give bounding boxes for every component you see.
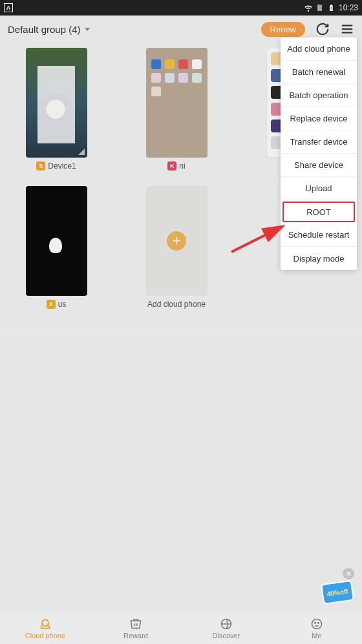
hamburger-icon[interactable] xyxy=(340,22,354,36)
discover-icon xyxy=(220,618,233,630)
wifi-icon xyxy=(304,3,313,12)
device-thumbnail xyxy=(26,186,87,296)
close-promo-icon[interactable]: ✕ xyxy=(343,568,354,579)
svg-point-8 xyxy=(318,622,319,623)
cloud-phone-icon xyxy=(39,618,52,630)
promo-badge[interactable]: 40%off xyxy=(322,582,356,608)
device-card[interactable]: X us xyxy=(12,186,101,309)
device-badge-icon: X xyxy=(47,300,56,309)
device-card[interactable]: K ni xyxy=(132,48,221,171)
device-name: Device1 xyxy=(48,161,76,171)
add-cloud-phone-card[interactable]: + Add cloud phone xyxy=(132,186,221,309)
options-menu: Add cloud phoneBatch renewalBatch operat… xyxy=(281,37,357,270)
nav-label: Reward xyxy=(123,632,148,639)
menu-item-batch-operation[interactable]: Batch operation xyxy=(281,84,357,107)
nav-label: Me xyxy=(312,632,321,639)
plus-icon: + xyxy=(167,231,186,251)
svg-point-7 xyxy=(315,622,316,623)
device-name: ni xyxy=(179,161,185,171)
menu-item-add-cloud-phone[interactable]: Add cloud phone xyxy=(281,37,357,61)
refresh-icon[interactable] xyxy=(315,22,330,36)
bottom-nav: Cloud phoneRewardDiscoverMe xyxy=(0,612,362,644)
nav-label: Cloud phone xyxy=(25,632,65,639)
reward-icon xyxy=(129,618,142,630)
menu-item-share-device[interactable]: Share device xyxy=(281,154,357,177)
svg-point-6 xyxy=(312,619,322,628)
menu-item-replace-device[interactable]: Replace device xyxy=(281,107,357,130)
status-time: 10:23 xyxy=(339,3,358,12)
add-thumbnail: + xyxy=(146,186,208,296)
app-indicator-icon: A xyxy=(4,3,13,12)
battery-icon xyxy=(327,3,336,12)
nav-label: Discover xyxy=(213,632,240,639)
device-thumbnail xyxy=(146,48,208,158)
menu-item-batch-renewal[interactable]: Batch renewal xyxy=(281,61,357,84)
group-selector[interactable]: Default group (4) xyxy=(8,24,90,35)
menu-item-upload[interactable]: Upload xyxy=(281,177,357,200)
nav-cloud-phone[interactable]: Cloud phone xyxy=(0,612,90,644)
me-icon xyxy=(310,618,323,630)
add-card-label: Add cloud phone xyxy=(147,300,206,309)
device-card[interactable]: S Device1 xyxy=(12,48,101,171)
nav-reward[interactable]: Reward xyxy=(90,612,181,644)
renew-button[interactable]: Renew xyxy=(261,22,305,37)
device-badge-icon: S xyxy=(36,161,45,171)
sim-icon xyxy=(315,3,325,12)
warning-triangle-icon xyxy=(78,149,85,155)
device-badge-icon: K xyxy=(167,161,176,171)
menu-item-schedule-restart[interactable]: Schedule restart xyxy=(281,223,357,247)
nav-discover[interactable]: Discover xyxy=(181,612,272,644)
menu-item-root[interactable]: ROOT xyxy=(282,202,355,222)
status-bar: A 10:23 xyxy=(0,0,362,16)
menu-item-transfer-device[interactable]: Transfer device xyxy=(281,130,357,154)
menu-item-display-mode[interactable]: Display mode xyxy=(281,247,357,270)
group-label: Default group (4) xyxy=(8,24,81,35)
device-thumbnail xyxy=(26,48,87,158)
chevron-down-icon xyxy=(85,28,90,31)
device-name: us xyxy=(58,300,67,309)
nav-me[interactable]: Me xyxy=(272,612,362,644)
